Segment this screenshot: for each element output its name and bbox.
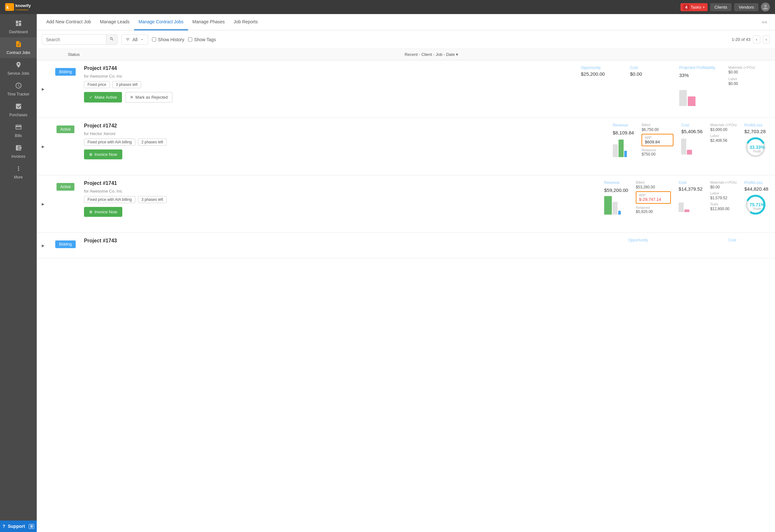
job-tags-1741: Fixed price with AIA billing 3 phases le… bbox=[84, 196, 594, 203]
search-box bbox=[42, 34, 117, 45]
time-tracker-icon bbox=[15, 82, 22, 91]
status-badge-1741: Active bbox=[56, 183, 75, 191]
filter-dropdown[interactable]: All bbox=[121, 34, 148, 45]
job-actions-1744: ✓ Make Active ✕ Mark as Rejected bbox=[84, 92, 571, 102]
row-expander-1742[interactable]: ► bbox=[37, 118, 49, 175]
support-extra-icon: ⊞ bbox=[29, 524, 34, 529]
row-expander-1744[interactable]: ► bbox=[37, 60, 49, 117]
contract-jobs-icon bbox=[15, 41, 22, 49]
support-label: Support bbox=[8, 524, 25, 529]
sidebar-item-purchases[interactable]: Purchases bbox=[0, 100, 37, 120]
job-title-1741: Project #1741 bbox=[84, 180, 594, 186]
job-details-1742: Project #1742 for Hector Xeroni Fixed pr… bbox=[81, 118, 608, 175]
collapse-button[interactable]: «« bbox=[759, 17, 770, 27]
sidebar-item-contract-jobs[interactable]: Contract Jobs bbox=[0, 37, 37, 58]
support-button[interactable]: ? Support ⊞ bbox=[0, 521, 37, 532]
user-avatar[interactable] bbox=[761, 3, 770, 11]
svg-text:Contractors: Contractors bbox=[15, 8, 28, 11]
col-status: Status bbox=[55, 52, 93, 57]
job-title-1743: Project #1743 bbox=[84, 238, 618, 243]
job-details-1741: Project #1741 for Awesome Co, Inc Fixed … bbox=[81, 175, 599, 232]
sidebar-label-purchases: Purchases bbox=[9, 113, 27, 117]
sidebar-item-bills[interactable]: Bills bbox=[0, 120, 37, 141]
tab-manage-leads[interactable]: Manage Leads bbox=[95, 14, 134, 30]
invoice-now-button-1741[interactable]: ⊕ Invoice Now bbox=[84, 207, 122, 217]
sidebar-item-time-tracker[interactable]: Time Tracker bbox=[0, 79, 37, 100]
fin-revenue-1742: Revenue $8,109.84 bbox=[613, 123, 634, 170]
purchases-icon bbox=[15, 103, 22, 111]
bills-icon bbox=[15, 124, 22, 132]
sidebar-label-invoices: Invoices bbox=[11, 154, 25, 159]
top-nav: k knowify Contractors 4 Tasks + Clients … bbox=[0, 0, 775, 14]
sidebar-item-service-jobs[interactable]: Service Jobs bbox=[0, 58, 37, 79]
fin-profit-1742: Profit/Loss $2,703.28 33.33% Profit bbox=[744, 123, 770, 170]
main-content: Add New Contract Job Manage Leads Manage… bbox=[37, 14, 775, 532]
fin-profit-1741: Profit/Loss $44,820.48 75.71% Profit bbox=[744, 180, 770, 227]
job-financials-1743: Opportunity Cost bbox=[623, 233, 775, 258]
show-history-checkbox[interactable] bbox=[152, 37, 156, 41]
row-expander-1741[interactable]: ► bbox=[37, 175, 49, 232]
next-page-button[interactable]: › bbox=[763, 35, 770, 43]
show-tags-label[interactable]: Show Tags bbox=[188, 37, 216, 42]
table-container: Status Recent - Client - Job - Date ▾ ► … bbox=[37, 49, 775, 532]
sidebar-item-more[interactable]: More bbox=[0, 162, 37, 183]
more-icon bbox=[15, 165, 22, 174]
svg-text:k: k bbox=[6, 5, 9, 10]
tab-manage-jobs[interactable]: Manage Contract Jobs bbox=[134, 14, 188, 30]
svg-text:knowify: knowify bbox=[15, 3, 31, 8]
fin-cost-1744: Cost $0.00 bbox=[630, 65, 672, 112]
cost-value-1744: $0.00 bbox=[630, 71, 672, 77]
table-header: Status Recent - Client - Job - Date ▾ bbox=[37, 49, 775, 60]
job-actions-1742: ⊕ Invoice Now bbox=[84, 149, 603, 159]
table-row: ► Bidding Project #1744 for Awesome Co, … bbox=[37, 60, 775, 118]
service-jobs-icon bbox=[15, 61, 22, 70]
sidebar-label-service-jobs: Service Jobs bbox=[7, 71, 29, 76]
invoice-now-button-1742[interactable]: ⊕ Invoice Now bbox=[84, 149, 122, 159]
invoice-icon-1742: ⊕ bbox=[89, 152, 93, 157]
row-expander-1743[interactable]: ► bbox=[37, 233, 49, 258]
sidebar-label-contract-jobs: Contract Jobs bbox=[6, 50, 30, 55]
show-history-label[interactable]: Show History bbox=[152, 37, 184, 42]
checkmark-icon: ✓ bbox=[89, 95, 93, 100]
tab-job-reports[interactable]: Job Reports bbox=[229, 14, 262, 30]
tasks-label: Tasks bbox=[691, 5, 701, 10]
table-row: ► Active Project #1742 for Hector Xeroni… bbox=[37, 118, 775, 175]
sidebar-label-bills: Bills bbox=[15, 133, 22, 138]
prev-page-button[interactable]: ‹ bbox=[753, 35, 760, 43]
fin-materials-1744: Materials (+POs) $0.00 Labor $0.00 bbox=[728, 65, 770, 112]
show-tags-checkbox[interactable] bbox=[188, 37, 192, 41]
tab-add-new[interactable]: Add New Contract Job bbox=[42, 14, 95, 30]
job-details-1743: Project #1743 bbox=[81, 233, 623, 258]
sidebar-label-time-tracker: Time Tracker bbox=[7, 92, 30, 96]
tag-phases-1741: 3 phases left bbox=[138, 196, 167, 203]
sidebar-item-invoices[interactable]: Invoices bbox=[0, 141, 37, 162]
mark-rejected-button[interactable]: ✕ Mark as Rejected bbox=[125, 92, 172, 102]
toolbar: All Show History Show Tags 1-20 of 43 ‹ … bbox=[37, 30, 775, 49]
sidebar-label-more: More bbox=[14, 175, 23, 179]
tag-aia-billing-1741: Fixed price with AIA billing bbox=[84, 196, 135, 203]
tag-phases-1744: 3 phases left bbox=[112, 81, 141, 88]
vendors-button[interactable]: Vendors bbox=[734, 3, 758, 11]
sidebar-label-dashboard: Dashboard bbox=[9, 30, 28, 34]
search-input[interactable] bbox=[42, 35, 106, 44]
job-tags-1742: Fixed price with AIA billing 2 phases le… bbox=[84, 139, 603, 146]
tag-phases-1742: 2 phases left bbox=[138, 139, 167, 146]
job-financials-1742: Revenue $8,109.84 Billed $6,750.00 bbox=[608, 118, 775, 175]
tasks-count: 4 bbox=[683, 4, 689, 10]
job-title-1742: Project #1742 bbox=[84, 123, 603, 129]
tasks-button[interactable]: 4 Tasks + bbox=[681, 3, 707, 11]
job-client-1742: for Hector Xeroni bbox=[84, 131, 603, 136]
make-active-button[interactable]: ✓ Make Active bbox=[84, 92, 122, 102]
tab-manage-phases[interactable]: Manage Phases bbox=[188, 14, 229, 30]
opportunity-value: $25,200.00 bbox=[581, 71, 622, 77]
search-button[interactable] bbox=[106, 34, 117, 44]
fin-opportunity-1744: Opportunity $25,200.00 bbox=[581, 65, 622, 112]
job-financials-1744: Opportunity $25,200.00 Cost $0.00 Projec… bbox=[576, 60, 775, 117]
support-icon: ? bbox=[3, 524, 5, 529]
job-details-1744: Project #1744 for Awesome Co, Inc Fixed … bbox=[81, 60, 576, 117]
tab-nav: Add New Contract Job Manage Leads Manage… bbox=[37, 14, 775, 30]
sidebar-item-dashboard[interactable]: Dashboard bbox=[0, 17, 37, 37]
cost-label-1744: Cost bbox=[630, 65, 672, 70]
clients-button[interactable]: Clients bbox=[710, 3, 732, 11]
tag-fixed-price: Fixed price bbox=[84, 81, 110, 88]
